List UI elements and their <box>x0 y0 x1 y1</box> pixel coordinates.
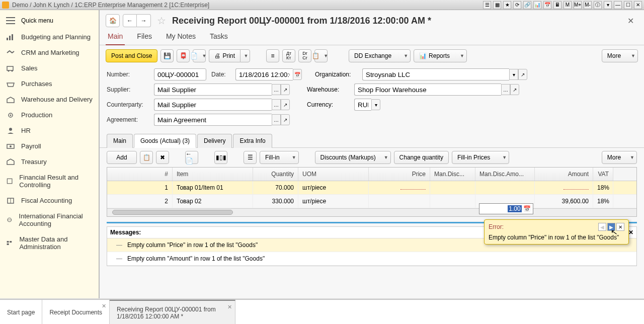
select-icon[interactable]: … <box>272 99 281 110</box>
org-input[interactable] <box>362 68 509 80</box>
close-messages-icon[interactable]: ✕ <box>628 229 633 236</box>
tb-m[interactable]: M <box>564 1 572 9</box>
open-icon[interactable]: ↗ <box>281 114 290 125</box>
dropdown-icon[interactable]: ▾ <box>509 69 518 80</box>
col-amount[interactable]: Amount <box>535 168 593 181</box>
maximize-icon[interactable]: ☐ <box>624 1 632 9</box>
horizontal-scrollbar[interactable] <box>107 208 636 216</box>
subtab-main[interactable]: Main <box>107 134 133 148</box>
dd-exchange-button[interactable]: DD Exchange▼ <box>349 49 411 62</box>
close-window-icon[interactable]: ✕ <box>634 1 642 9</box>
open-icon[interactable]: ↗ <box>510 84 519 95</box>
sidebar-item-payroll[interactable]: Payroll <box>0 138 99 154</box>
close-tab-icon[interactable]: ✕ <box>227 304 232 310</box>
calendar-icon[interactable]: 📅 <box>293 69 302 80</box>
change-qty-button[interactable]: Change quantity <box>394 151 449 164</box>
select-icon[interactable]: … <box>501 84 510 95</box>
error-prev-icon[interactable]: ◀ <box>598 223 606 231</box>
tb-icon[interactable]: ☰ <box>483 1 491 9</box>
price-editor[interactable]: 1.00 📅 <box>479 203 533 214</box>
barcode-button[interactable]: ▮▯▮ <box>214 151 227 164</box>
col-num[interactable]: # <box>107 168 173 181</box>
subtab-goods[interactable]: Goods (Actual) (3) <box>134 134 196 148</box>
table-row[interactable]: 2 Товар 02 330.000 шт/piece 39,600.00 18… <box>107 195 636 208</box>
dropdown-icon[interactable]: ▾ <box>371 99 380 110</box>
copy-button[interactable]: 📋 <box>140 151 153 164</box>
tab-files[interactable]: Files <box>135 29 154 45</box>
home-button[interactable]: 🏠 <box>106 14 120 27</box>
date-input[interactable] <box>235 68 293 80</box>
col-price[interactable]: Price <box>369 168 430 181</box>
col-item[interactable]: Item <box>173 168 253 181</box>
create-button[interactable]: 📄▼ <box>193 49 206 62</box>
tb-icon[interactable]: 🔗 <box>523 1 531 9</box>
fillin-prices-button[interactable]: Fill-in Prices▼ <box>452 151 509 164</box>
delete-button[interactable]: ✖ <box>156 151 169 164</box>
agr-input[interactable] <box>154 114 272 126</box>
dr-cr-alt-button[interactable]: DrCr <box>298 49 311 62</box>
cur-input[interactable] <box>354 99 371 111</box>
sidebar-item-sales[interactable]: Sales <box>0 60 99 76</box>
error-close-icon[interactable]: ✕ <box>616 223 624 231</box>
reports-button[interactable]: 📊 Reports▼ <box>414 49 467 62</box>
more-button[interactable]: More▼ <box>602 49 638 62</box>
tab-start-page[interactable]: Start page <box>0 300 42 324</box>
post-button[interactable]: 📮 <box>177 49 190 62</box>
related-button[interactable]: 📋▼ <box>314 49 328 62</box>
message-item[interactable]: Empty column "Amount" in row 1 of the li… <box>107 252 636 266</box>
tb-icon[interactable]: 🖩 <box>553 1 561 9</box>
close-page-icon[interactable]: ✕ <box>627 16 634 26</box>
favorite-icon[interactable]: ☆ <box>157 15 166 27</box>
col-qty[interactable]: Quantity <box>253 168 298 181</box>
sidebar-item-financial[interactable]: Financial Result and Controlling <box>0 170 99 193</box>
sidebar-item-purchases[interactable]: Purchases <box>0 76 99 92</box>
dr-cr-button[interactable]: ДтКт <box>282 49 295 62</box>
save-button[interactable]: 💾 <box>160 49 174 62</box>
structure-button[interactable]: ≡ <box>266 49 279 62</box>
post-close-button[interactable]: Post and Close <box>106 49 157 62</box>
col-mdisc[interactable]: Man.Disc... <box>430 168 475 181</box>
quick-menu[interactable]: Quick menu <box>0 12 99 29</box>
sidebar-item-production[interactable]: Production <box>0 107 99 123</box>
tab-tasks[interactable]: Tasks <box>208 29 230 45</box>
subtab-delivery[interactable]: Delivery <box>197 134 232 148</box>
number-input[interactable] <box>154 68 206 80</box>
sidebar-item-treasury[interactable]: Treasury <box>0 154 99 170</box>
supplier-input[interactable] <box>154 84 272 96</box>
discounts-button[interactable]: Discounts (Markups)▼ <box>315 151 391 164</box>
info-icon[interactable]: ⓘ <box>594 1 602 9</box>
open-icon[interactable]: ↗ <box>281 99 290 110</box>
tb-mplus[interactable]: M+ <box>574 1 582 9</box>
tb-icon[interactable]: 📅 <box>543 1 551 9</box>
tab-notes[interactable]: My Notes <box>164 29 198 45</box>
cp-input[interactable] <box>154 99 272 111</box>
tb-icon[interactable]: ▦ <box>493 1 501 9</box>
tb-icon[interactable]: 📊 <box>533 1 541 9</box>
tb-icon[interactable]: ★ <box>503 1 511 9</box>
subtab-extra[interactable]: Extra Info <box>233 134 272 148</box>
sidebar-item-ifa[interactable]: International Financial Accounting <box>0 208 99 231</box>
add-button[interactable]: Add <box>107 151 137 164</box>
price-cell-editing[interactable] <box>369 181 430 194</box>
sidebar-item-warehouse[interactable]: Warehouse and Delivery <box>0 92 99 107</box>
print-button[interactable]: 🖨 Print <box>209 49 240 62</box>
sidebar-item-crm[interactable]: CRM and Marketing <box>0 45 99 60</box>
tb-mminus[interactable]: M- <box>584 1 592 9</box>
select-icon[interactable]: … <box>272 114 281 125</box>
sidebar-item-fiscal[interactable]: Fiscal Accounting <box>0 193 99 208</box>
select-icon[interactable]: … <box>272 84 281 95</box>
print-dropdown[interactable]: ▼ <box>240 49 250 62</box>
sidebar-item-master[interactable]: Master Data and Administration <box>0 231 99 255</box>
sidebar-item-hr[interactable]: HR <box>0 123 99 138</box>
tab-current[interactable]: Receiving Report 00ЦУ-000001 from 1/18/2… <box>110 300 235 324</box>
tab-receipt-docs[interactable]: Receipt Documents✕ <box>42 300 110 324</box>
col-mdiscamt[interactable]: Man.Disc.Amo... <box>475 168 535 181</box>
tb-icon[interactable]: ⟳ <box>513 1 521 9</box>
open-icon[interactable]: ↗ <box>518 69 527 80</box>
table-row[interactable]: 1 Товар 01/Item 01 70.000 шт/piece 18% <box>107 181 636 195</box>
close-tab-icon[interactable]: ✕ <box>102 303 106 309</box>
open-icon[interactable]: ↗ <box>281 84 290 95</box>
minimize-icon[interactable]: — <box>614 1 622 9</box>
fillin-button[interactable]: Fill-in▼ <box>260 151 299 164</box>
wh-input[interactable] <box>354 84 501 96</box>
